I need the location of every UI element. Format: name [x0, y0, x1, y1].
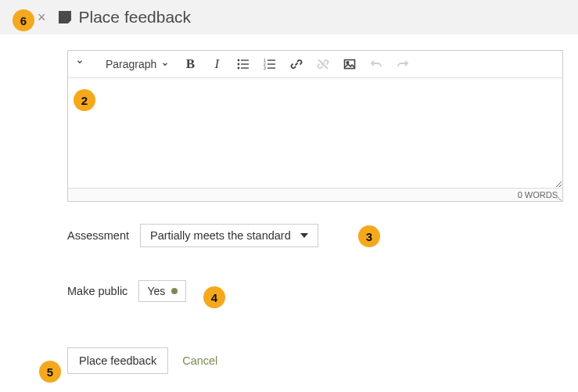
- dialog-body: Paragraph B I 123: [0, 34, 578, 390]
- action-row: Place feedback Cancel: [67, 347, 562, 374]
- svg-point-0: [238, 59, 240, 62]
- annotation-badge-4: 4: [203, 286, 225, 308]
- link-button[interactable]: [288, 56, 305, 73]
- toolbar-collapse-icon[interactable]: [76, 56, 93, 73]
- undo-button[interactable]: [368, 56, 385, 73]
- svg-point-2: [238, 63, 240, 66]
- image-button[interactable]: [341, 56, 358, 73]
- svg-text:3: 3: [264, 66, 266, 70]
- make-public-label: Make public: [67, 285, 127, 297]
- toggle-indicator-icon: [171, 288, 178, 294]
- block-style-dropdown[interactable]: Paragraph: [102, 58, 172, 70]
- svg-rect-7: [267, 59, 275, 60]
- close-icon[interactable]: ×: [38, 9, 46, 26]
- unlink-button[interactable]: [314, 56, 332, 73]
- make-public-value: Yes: [147, 285, 165, 297]
- assessment-field: Assessment Partially meets the standard: [67, 224, 562, 247]
- svg-point-4: [238, 67, 240, 70]
- assessment-dropdown[interactable]: Partially meets the standard: [140, 224, 318, 247]
- redo-button[interactable]: [394, 56, 411, 73]
- editor-toolbar: Paragraph B I 123: [68, 51, 562, 78]
- numbered-list-button[interactable]: 123: [261, 56, 278, 73]
- italic-button[interactable]: I: [208, 56, 225, 73]
- annotation-badge-3: 3: [358, 225, 380, 247]
- dialog-title: Place feedback: [79, 8, 192, 27]
- svg-rect-12: [345, 60, 355, 69]
- chevron-down-icon: [300, 233, 308, 238]
- annotation-badge-5: 5: [39, 361, 61, 383]
- assessment-label: Assessment: [67, 229, 129, 242]
- resize-handle[interactable]: [554, 192, 562, 200]
- make-public-field: Make public Yes: [67, 280, 562, 302]
- note-icon: [59, 11, 71, 23]
- svg-point-13: [347, 62, 350, 64]
- rich-text-editor: Paragraph B I 123: [67, 50, 563, 202]
- dialog-header: × Place feedback: [0, 0, 578, 34]
- annotation-badge-6: 6: [13, 9, 34, 31]
- annotation-badge-2: 2: [74, 89, 95, 111]
- place-feedback-button[interactable]: Place feedback: [67, 347, 168, 374]
- word-count: 0 WORDS: [518, 190, 558, 200]
- cancel-button[interactable]: Cancel: [182, 354, 217, 367]
- editor-textarea[interactable]: [68, 78, 562, 188]
- svg-rect-5: [241, 67, 249, 68]
- bullet-list-button[interactable]: [235, 56, 252, 73]
- make-public-toggle[interactable]: Yes: [138, 280, 186, 302]
- bold-button[interactable]: B: [181, 56, 199, 73]
- svg-rect-1: [241, 59, 249, 60]
- assessment-value: Partially meets the standard: [150, 229, 291, 242]
- svg-rect-9: [267, 63, 275, 64]
- editor-statusbar: 0 WORDS: [68, 188, 562, 201]
- block-style-label: Paragraph: [106, 58, 156, 70]
- svg-rect-3: [241, 63, 249, 64]
- svg-rect-11: [267, 67, 275, 68]
